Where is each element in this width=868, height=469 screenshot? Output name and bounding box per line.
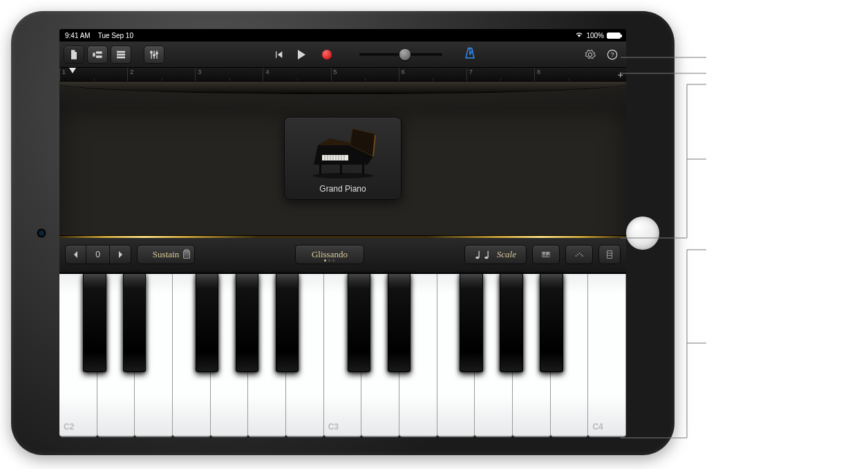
keyboard-mode-button[interactable]: Glissando (295, 245, 364, 264)
svg-rect-5 (117, 56, 125, 58)
svg-point-39 (577, 254, 578, 255)
svg-rect-35 (545, 252, 545, 255)
svg-point-24 (312, 173, 373, 178)
black-key[interactable] (123, 274, 147, 372)
ruler-bar-number: 7 (469, 68, 473, 75)
svg-rect-34 (543, 252, 544, 255)
screen: 9:41 AM Tue Sep 10 100% (59, 29, 626, 437)
add-section-button[interactable]: + (618, 69, 623, 80)
black-key[interactable] (276, 274, 299, 372)
timeline-ruler[interactable]: 12345678 + (59, 68, 626, 82)
instrument-area: Grand Piano (59, 82, 626, 235)
ruler-bar-number: 3 (198, 68, 201, 75)
grand-piano-icon (301, 125, 384, 178)
key-label: C3 (328, 422, 339, 432)
help-button[interactable]: ? (603, 46, 622, 64)
svg-rect-13 (340, 165, 342, 174)
black-key[interactable] (83, 274, 106, 372)
notes-icon (475, 250, 491, 259)
octave-value: 0 (86, 246, 110, 264)
keyboard-icon (542, 250, 550, 259)
scale-button[interactable]: Scale (464, 245, 527, 264)
status-time: 9:41 AM (65, 32, 91, 39)
battery-icon (607, 33, 621, 39)
svg-rect-4 (117, 53, 125, 55)
arpeggiator-button[interactable] (565, 245, 593, 264)
black-key[interactable] (348, 274, 371, 372)
home-button[interactable] (626, 217, 659, 250)
svg-point-41 (581, 254, 582, 255)
tracks-view-button[interactable] (111, 46, 131, 64)
svg-rect-11 (319, 165, 321, 174)
key-label: C4 (592, 422, 603, 432)
keyboard-size-button[interactable] (532, 245, 560, 264)
white-key[interactable]: C4 (588, 274, 626, 437)
status-time-date: 9:41 AM Tue Sep 10 (65, 32, 133, 39)
ruler-bar[interactable]: 5 (331, 68, 399, 81)
sustain-button[interactable]: Sustain (137, 245, 195, 264)
black-key[interactable] (196, 274, 219, 372)
svg-rect-3 (117, 50, 125, 53)
instrument-name: Grand Piano (319, 184, 366, 194)
song-settings-button[interactable] (581, 46, 600, 64)
record-icon (322, 50, 332, 59)
go-to-beginning-button[interactable] (269, 46, 288, 64)
ruler-bar[interactable]: 3 (195, 68, 263, 81)
ruler-bar[interactable]: 6 (399, 68, 466, 81)
keyboard-layout-button[interactable] (598, 245, 621, 264)
volume-thumb[interactable] (399, 49, 411, 60)
black-key[interactable] (500, 274, 523, 372)
svg-point-38 (576, 255, 577, 257)
svg-point-40 (579, 252, 581, 254)
instrument-selector[interactable]: Grand Piano (284, 117, 402, 200)
keyboard-layout-icon (605, 250, 614, 259)
black-key[interactable] (460, 274, 483, 372)
status-bar: 9:41 AM Tue Sep 10 100% (59, 29, 626, 42)
gold-accent (59, 236, 626, 238)
black-key[interactable] (540, 274, 563, 372)
octave-down-button[interactable] (66, 246, 86, 264)
ruler-bar-number: 4 (265, 68, 269, 75)
ruler-bar-number: 2 (130, 68, 133, 75)
svg-rect-37 (548, 252, 549, 255)
svg-rect-0 (93, 53, 95, 56)
ruler-bar[interactable]: 7 (466, 68, 534, 81)
keyboard-controls-row: 0 Sustain Glissando Scale (59, 235, 626, 273)
ruler-bar-number: 8 (537, 68, 540, 75)
browser-button[interactable] (87, 46, 108, 64)
ruler-bar[interactable]: 1 (59, 68, 127, 81)
ipad-frame: 9:41 AM Tue Sep 10 100% (11, 11, 674, 455)
ruler-bar-number: 6 (402, 68, 405, 75)
arpeggiator-icon (575, 250, 583, 259)
control-bar: ? (59, 42, 626, 68)
master-volume-slider[interactable] (359, 53, 442, 56)
svg-rect-28 (487, 250, 488, 257)
svg-rect-36 (547, 252, 547, 255)
black-key[interactable] (388, 274, 411, 372)
play-button[interactable] (291, 50, 312, 59)
status-date: Tue Sep 10 (98, 32, 133, 39)
svg-rect-43 (607, 250, 612, 258)
svg-point-42 (582, 255, 583, 257)
track-controls-button[interactable] (144, 46, 164, 64)
svg-rect-2 (96, 55, 102, 57)
play-icon (298, 50, 305, 59)
ruler-bar-number: 5 (334, 68, 337, 75)
octave-stepper: 0 (65, 245, 131, 264)
black-key[interactable] (236, 274, 259, 372)
metronome-button[interactable] (463, 46, 477, 63)
ruler-bar[interactable]: 8 (534, 68, 602, 81)
ruler-bar[interactable]: 4 (263, 68, 330, 81)
octave-up-button[interactable] (110, 246, 131, 264)
key-label: C2 (64, 422, 74, 432)
battery-pct: 100% (586, 32, 604, 39)
ruler-bar[interactable]: 2 (127, 68, 195, 81)
piano-keyboard[interactable]: C2C3C4 (59, 273, 626, 437)
record-button[interactable] (315, 50, 339, 59)
svg-rect-26 (478, 250, 479, 257)
front-camera (39, 230, 44, 236)
svg-text:?: ? (610, 51, 614, 58)
svg-rect-12 (362, 165, 364, 174)
shelf-edge (59, 82, 626, 94)
my-songs-button[interactable] (64, 46, 84, 64)
